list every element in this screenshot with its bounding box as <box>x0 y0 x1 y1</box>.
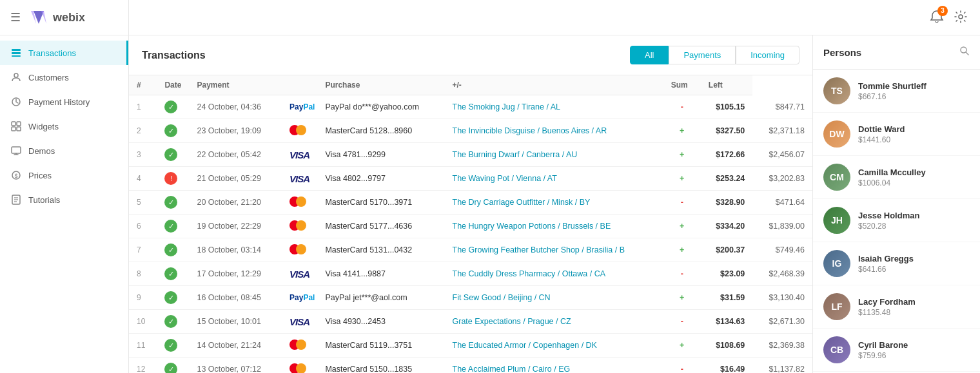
table-row[interactable]: 4!21 October, 05:29VISAVisa 4802...9797T… <box>129 167 812 191</box>
table-row[interactable]: 3✓22 October, 05:42VISAVisa 4781...9299T… <box>129 143 812 167</box>
cell-left: $749.46 <box>752 238 812 262</box>
filter-incoming-button[interactable]: Incoming <box>736 46 799 64</box>
person-item[interactable]: TS Tommie Shurtleff $667.16 <box>813 70 980 113</box>
cell-left: $2,671.30 <box>752 310 812 334</box>
sidebar-item-widgets[interactable]: Widgets <box>0 114 128 139</box>
cell-date: 13 October, 07:12 <box>189 358 282 374</box>
filter-all-button[interactable]: All <box>630 46 669 64</box>
sidebar-item-demos[interactable]: Demos <box>0 139 128 163</box>
sidebar-item-transactions[interactable]: Transactions <box>0 41 128 65</box>
cell-status: ✓ <box>157 215 189 238</box>
cell-status: ✓ <box>157 191 189 215</box>
status-ok-icon: ✓ <box>164 315 177 328</box>
cell-payment-detail: MasterCard 5150...1835 <box>317 358 444 374</box>
cell-sum: $108.69 <box>701 334 752 358</box>
status-ok-icon: ✓ <box>164 124 177 137</box>
notifications-button[interactable]: 3 <box>930 10 944 26</box>
svg-rect-9 <box>17 122 21 126</box>
cell-payment-detail: MasterCard 5131...0432 <box>317 238 444 262</box>
demos-icon <box>10 145 22 157</box>
status-ok-icon: ✓ <box>164 100 177 113</box>
cell-num: 6 <box>129 215 157 238</box>
sidebar-item-prices[interactable]: $ Prices <box>0 163 128 187</box>
person-item[interactable]: LF Lacy Fordham $1135.48 <box>813 285 980 329</box>
svg-rect-11 <box>17 127 21 131</box>
table-row[interactable]: 2✓23 October, 19:09MasterCard 5128...896… <box>129 119 812 143</box>
sidebar-item-customers[interactable]: Customers <box>0 65 128 90</box>
table-row[interactable]: 5✓20 October, 21:20MasterCard 5170...397… <box>129 191 812 215</box>
cell-payment-detail: Visa 4930...2453 <box>317 310 444 334</box>
filter-payments-button[interactable]: Payments <box>669 46 736 64</box>
persons-search-button[interactable] <box>959 46 970 59</box>
cell-payment-detail: PayPal do***@yahoo.com <box>317 95 444 119</box>
status-err-icon: ! <box>164 172 177 185</box>
person-item[interactable]: JH Jesse Holdman $520.28 <box>813 199 980 242</box>
cell-num: 10 <box>129 310 157 334</box>
person-item[interactable]: CB Cyril Barone $759.96 <box>813 329 980 372</box>
cell-sign: + <box>663 143 701 167</box>
cell-status: ✓ <box>157 95 189 119</box>
cell-purchase: The Acclaimed Plum / Cairo / EG <box>445 358 663 374</box>
cell-sum: $105.15 <box>701 95 752 119</box>
customers-icon <box>10 72 22 83</box>
status-ok-icon: ✓ <box>164 363 177 373</box>
persons-header: Persons <box>813 35 980 70</box>
sidebar-item-transactions-label: Transactions <box>28 48 76 58</box>
cell-sign: - <box>663 191 701 215</box>
table-row[interactable]: 9✓16 October, 08:45PayPalPayPal jet***@a… <box>129 286 812 310</box>
sidebar-item-prices-label: Prices <box>28 171 52 180</box>
minus-icon: - <box>681 317 683 326</box>
cell-payment-logo: VISA <box>282 143 317 167</box>
transactions-icon <box>10 47 22 59</box>
person-info: Dottie Ward $1441.60 <box>858 124 970 144</box>
person-avatar: LF <box>823 293 850 320</box>
status-ok-icon: ✓ <box>164 267 177 280</box>
person-name: Camilla Mcculley <box>858 167 970 177</box>
cell-date: 18 October, 03:14 <box>189 238 282 262</box>
cell-sum: $327.50 <box>701 119 752 143</box>
cell-left: $1,137.82 <box>752 358 812 374</box>
main-header: 3 <box>129 0 980 35</box>
person-item[interactable]: IG Isaiah Greggs $641.66 <box>813 242 980 285</box>
settings-button[interactable] <box>954 10 967 25</box>
mastercard-logo <box>289 363 306 374</box>
cell-payment-logo <box>282 238 317 262</box>
cell-left: $3,202.83 <box>752 167 812 191</box>
table-row[interactable]: 6✓19 October, 22:29MasterCard 5177...463… <box>129 215 812 238</box>
cell-payment-logo <box>282 191 317 215</box>
table-row[interactable]: 7✓18 October, 03:14MasterCard 5131...043… <box>129 238 812 262</box>
status-ok-icon: ✓ <box>164 220 177 233</box>
cell-num: 4 <box>129 167 157 191</box>
status-ok-icon: ✓ <box>164 244 177 256</box>
cell-payment-logo: PayPal <box>282 286 317 310</box>
sidebar-item-tutorials[interactable]: Tutorials <box>0 187 128 212</box>
cell-date: 21 October, 05:29 <box>189 167 282 191</box>
table-row[interactable]: 11✓14 October, 21:24MasterCard 5119...37… <box>129 334 812 358</box>
table-row[interactable]: 12✓13 October, 07:12MasterCard 5150...18… <box>129 358 812 374</box>
table-row[interactable]: 8✓17 October, 12:29VISAVisa 4141...9887T… <box>129 262 812 286</box>
mastercard-logo <box>289 125 306 135</box>
cell-payment-detail: MasterCard 5177...4636 <box>317 215 444 238</box>
cell-status: ✓ <box>157 143 189 167</box>
sidebar-item-payment-history[interactable]: Payment History <box>0 90 128 114</box>
sidebar-header: ☰ webix <box>0 0 128 35</box>
hamburger-icon[interactable]: ☰ <box>10 10 21 24</box>
cell-payment-logo: PayPal <box>282 95 317 119</box>
cell-sign: + <box>663 119 701 143</box>
cell-sign: + <box>663 215 701 238</box>
cell-left: $847.71 <box>752 95 812 119</box>
cell-payment-detail: PayPal jet***@aol.com <box>317 286 444 310</box>
sidebar-item-demos-label: Demos <box>28 146 55 156</box>
visa-logo: VISA <box>289 173 309 184</box>
cell-sign: + <box>663 167 701 191</box>
cell-date: 19 October, 22:29 <box>189 215 282 238</box>
person-item[interactable]: DW Dottie Ward $1441.60 <box>813 113 980 156</box>
cell-payment-detail: MasterCard 5128...8960 <box>317 119 444 143</box>
cell-sum: $253.24 <box>701 167 752 191</box>
table-row[interactable]: 10✓15 October, 10:01VISAVisa 4930...2453… <box>129 310 812 334</box>
cell-payment-logo: VISA <box>282 262 317 286</box>
table-row[interactable]: 1✓24 October, 04:36PayPalPayPal do***@ya… <box>129 95 812 119</box>
cell-status: ✓ <box>157 238 189 262</box>
svg-text:$: $ <box>15 173 18 179</box>
person-item[interactable]: CM Camilla Mcculley $1006.04 <box>813 156 980 199</box>
